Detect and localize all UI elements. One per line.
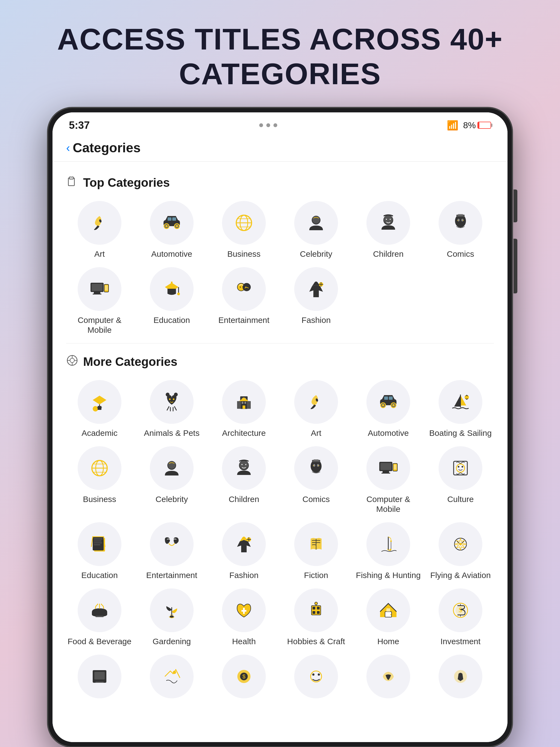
cat-partial-1[interactable] — [66, 654, 133, 703]
cat-flying-aviation[interactable]: Flying & Aviation — [427, 522, 494, 580]
more-categories-icon — [66, 354, 78, 369]
svg-rect-124 — [312, 611, 315, 614]
svg-point-36 — [177, 292, 180, 295]
flying-aviation-label: Flying & Aviation — [430, 570, 490, 580]
cat-fashion-more[interactable]: Fashion — [210, 522, 277, 580]
svg-rect-95 — [380, 463, 391, 470]
cat-automotive-more[interactable]: Automotive — [355, 380, 422, 438]
fashion-icon-circle — [294, 267, 338, 311]
gardening-label: Gardening — [153, 637, 191, 646]
svg-point-7 — [166, 225, 168, 227]
cat-food-beverage[interactable]: Food & Beverage — [66, 588, 133, 646]
cat-art-more[interactable]: Art — [283, 380, 350, 438]
celebrity-icon-circle — [294, 201, 338, 245]
cat-animals-pets[interactable]: Animals & Pets — [138, 380, 205, 438]
fashion-more-label: Fashion — [229, 570, 259, 580]
cat-culture[interactable]: Culture — [427, 446, 494, 514]
svg-point-103 — [462, 466, 463, 468]
content-area: Top Categories Art — [52, 162, 508, 742]
fishing-hunting-label: Fishing & Hunting — [356, 570, 421, 580]
svg-rect-91 — [314, 459, 319, 461]
cat-computer-mobile-more[interactable]: Computer & Mobile — [355, 446, 422, 514]
computer-mobile-more-label: Computer & Mobile — [355, 494, 422, 514]
cat-education-more[interactable]: Education — [66, 522, 133, 580]
fiction-label: Fiction — [304, 570, 328, 580]
category-item-entertainment-top[interactable]: Entertainment — [210, 267, 277, 335]
category-item-art[interactable]: Art — [66, 201, 133, 259]
category-item-children[interactable]: Children — [355, 201, 422, 259]
nav-title: Categories — [73, 140, 141, 155]
cat-comics-more[interactable]: Comics — [283, 446, 350, 514]
investment-label: Investment — [440, 637, 481, 646]
cat-fiction[interactable]: Fiction — [283, 522, 350, 580]
cat-fishing-hunting[interactable]: Fishing & Hunting — [355, 522, 422, 580]
academic-label: Academic — [81, 428, 118, 438]
svg-rect-60 — [247, 401, 251, 409]
wifi-icon: 📶 — [447, 120, 458, 131]
svg-point-86 — [245, 464, 246, 465]
cat-celebrity-more[interactable]: Celebrity — [138, 446, 205, 514]
category-item-fashion-top[interactable]: Fashion — [283, 267, 350, 335]
cat-health[interactable]: Health — [210, 588, 277, 646]
svg-point-28 — [463, 220, 464, 221]
culture-label: Culture — [447, 494, 474, 504]
svg-rect-64 — [245, 402, 246, 404]
automotive-icon-circle — [150, 201, 194, 245]
svg-point-145 — [312, 673, 314, 676]
svg-rect-65 — [243, 406, 245, 409]
computer-mobile-icon-circle — [78, 267, 121, 311]
cat-partial-5[interactable] — [355, 654, 422, 703]
svg-point-130 — [390, 614, 391, 615]
svg-point-75 — [464, 395, 469, 400]
cat-partial-4[interactable] — [283, 654, 350, 703]
home-label: Home — [377, 637, 399, 646]
cat-entertainment-more[interactable]: Entertainment — [138, 522, 205, 580]
svg-point-70 — [382, 404, 384, 406]
category-item-education[interactable]: Education — [138, 267, 205, 335]
entertainment-more-label: Entertainment — [146, 570, 198, 580]
cat-partial-3[interactable]: $ — [210, 654, 277, 703]
business-more-label: Business — [83, 494, 116, 504]
svg-point-115 — [390, 540, 392, 542]
education-icon-circle — [150, 267, 194, 311]
category-item-automotive[interactable]: Automotive — [138, 201, 205, 259]
svg-point-71 — [392, 404, 394, 406]
svg-rect-26 — [458, 214, 463, 215]
svg-rect-97 — [381, 473, 390, 473]
more-categories-grid: Academic — [66, 380, 494, 703]
cat-children-more[interactable]: Children — [210, 446, 277, 514]
svg-point-40 — [240, 287, 241, 288]
cat-partial-6[interactable] — [427, 654, 494, 703]
category-item-celebrity[interactable]: Celebrity — [283, 201, 350, 259]
cat-business-more[interactable]: Business — [66, 446, 133, 514]
comics-icon-circle — [439, 201, 482, 245]
cat-architecture[interactable]: Architecture — [210, 380, 277, 438]
comics-label-top: Comics — [447, 249, 474, 259]
svg-rect-2 — [71, 176, 72, 178]
cat-hobbies-craft[interactable]: Hobbies & Craft — [283, 588, 350, 646]
category-item-comics-top[interactable]: Comics — [427, 201, 494, 259]
cat-investment[interactable]: $ Investment — [427, 588, 494, 646]
cat-boating-sailing[interactable]: Boating & Sailing — [427, 380, 494, 438]
status-dots — [259, 123, 277, 127]
svg-rect-34 — [105, 285, 108, 290]
svg-rect-32 — [93, 294, 101, 294]
section-divider — [66, 343, 494, 343]
category-item-computer-mobile[interactable]: Computer & Mobile — [66, 267, 133, 335]
category-item-business[interactable]: Business — [210, 201, 277, 259]
svg-rect-139 — [96, 681, 104, 683]
svg-rect-123 — [317, 607, 320, 610]
more-categories-header: More Categories — [66, 354, 494, 369]
hobbies-craft-label: Hobbies & Craft — [287, 637, 345, 646]
cat-academic[interactable]: Academic — [66, 380, 133, 438]
cat-gardening[interactable]: Gardening — [138, 588, 205, 646]
education-label: Education — [153, 315, 190, 325]
back-button[interactable]: ‹ Categories — [66, 140, 141, 155]
boating-sailing-label: Boating & Sailing — [429, 428, 492, 438]
automotive-label: Automotive — [151, 249, 192, 259]
cat-partial-2[interactable] — [138, 654, 205, 703]
svg-rect-72 — [384, 396, 388, 400]
cat-home[interactable]: Home — [355, 588, 422, 646]
top-categories-title: Top Categories — [83, 176, 170, 189]
more-categories-title: More Categories — [83, 355, 177, 368]
